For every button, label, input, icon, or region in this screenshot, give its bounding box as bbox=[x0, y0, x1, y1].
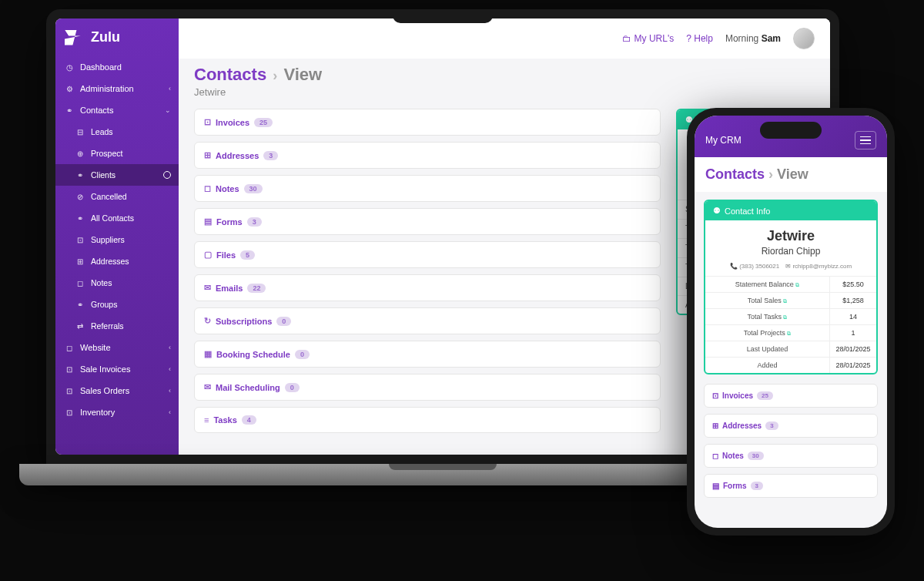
table-value: $1,258 bbox=[830, 293, 876, 308]
nav-icon: ⇄ bbox=[75, 321, 85, 331]
mobile-panel-notes[interactable]: ◻Notes30 bbox=[704, 444, 878, 468]
panel-label: Invoices bbox=[216, 118, 249, 127]
external-link-icon[interactable]: ⧉ bbox=[783, 314, 787, 320]
help-link[interactable]: ? Help bbox=[686, 33, 713, 44]
mobile-panel-addresses[interactable]: ⊞Addresses3 bbox=[704, 414, 878, 438]
my-urls-link[interactable]: 🗀 My URL's bbox=[622, 33, 675, 44]
nav-label: Groups bbox=[91, 300, 117, 309]
panel-files[interactable]: ▢Files5 bbox=[194, 241, 661, 268]
table-label: Total Tasks ⧉ bbox=[705, 309, 830, 324]
sidebar-item-sales-orders[interactable]: ⊡Sales Orders‹ bbox=[55, 380, 179, 401]
panel-label: Addresses bbox=[722, 421, 762, 430]
sidebar-item-prospect[interactable]: ⊕Prospect bbox=[55, 143, 179, 164]
sidebar-item-notes[interactable]: ◻Notes bbox=[55, 272, 179, 294]
panel-icon: ▤ bbox=[712, 482, 719, 490]
sidebar-item-all-contacts[interactable]: ⚭All Contacts bbox=[55, 207, 179, 229]
external-link-icon[interactable]: ⧉ bbox=[795, 282, 799, 287]
panel-icon: ↻ bbox=[204, 316, 211, 326]
email-icon: ✉ rchipp8@mybizz.com bbox=[785, 263, 852, 270]
panel-icon: ⊞ bbox=[712, 421, 718, 430]
phone-icon: 📞 (383) 3506021 bbox=[730, 263, 779, 270]
panel-label: Subscriptions bbox=[216, 317, 272, 326]
panel-invoices[interactable]: ⊡Invoices25 bbox=[194, 109, 661, 136]
nav-icon: ⊘ bbox=[75, 192, 85, 201]
chevron-right-icon: › bbox=[273, 68, 277, 83]
count-badge: 3 bbox=[751, 482, 763, 490]
sidebar-item-cancelled[interactable]: ⊘Cancelled bbox=[55, 186, 179, 207]
page-header: Contacts › View Jetwire bbox=[179, 59, 830, 109]
count-badge: 3 bbox=[263, 151, 278, 160]
panel-emails[interactable]: ✉Emails22 bbox=[194, 274, 661, 301]
panel-label: Mail Scheduling bbox=[216, 383, 280, 392]
nav-icon: ⊞ bbox=[75, 257, 85, 266]
brand-name: Zulu bbox=[91, 29, 120, 45]
chevron-right-icon: › bbox=[768, 166, 773, 182]
sidebar-item-leads[interactable]: ⊟Leads bbox=[55, 121, 179, 143]
sidebar-item-addresses[interactable]: ⊞Addresses bbox=[55, 250, 179, 272]
panel-icon: ◻ bbox=[712, 452, 718, 460]
radio-icon bbox=[163, 171, 171, 179]
nav-label: Sales Orders bbox=[80, 386, 129, 395]
panel-addresses[interactable]: ⊞Addresses3 bbox=[194, 142, 661, 169]
mobile-app-title: My CRM bbox=[705, 135, 742, 146]
sidebar-item-inventory[interactable]: ⊡Inventory‹ bbox=[55, 401, 179, 423]
table-row: Added28/01/2025 bbox=[705, 357, 876, 373]
page-title: Contacts › View bbox=[194, 65, 815, 85]
logo[interactable]: Zulu bbox=[55, 18, 179, 56]
nav-label: Addresses bbox=[91, 257, 129, 266]
nav-label: Sale Invoices bbox=[80, 364, 130, 374]
count-badge: 25 bbox=[757, 391, 773, 400]
count-badge: 0 bbox=[276, 317, 291, 326]
panel-label: Forms bbox=[216, 217, 243, 227]
nav-label: Leads bbox=[91, 127, 113, 136]
sidebar-item-contacts[interactable]: ⚭Contacts⌄ bbox=[55, 99, 179, 121]
mobile-panel-forms[interactable]: ▤Forms3 bbox=[704, 474, 878, 498]
panel-icon: ▢ bbox=[204, 250, 212, 260]
sidebar-item-suppliers[interactable]: ⊡Suppliers bbox=[55, 229, 179, 250]
mobile-panel-invoices[interactable]: ⊡Invoices25 bbox=[704, 384, 878, 408]
table-value: $25.50 bbox=[830, 277, 876, 292]
sidebar-item-sale-invoices[interactable]: ⊡Sale Invoices‹ bbox=[55, 358, 179, 380]
sidebar-item-clients[interactable]: ⚭Clients bbox=[55, 164, 179, 186]
external-link-icon[interactable]: ⧉ bbox=[783, 298, 787, 304]
logo-icon bbox=[65, 30, 85, 45]
nav-label: Prospect bbox=[91, 149, 122, 158]
sidebar-item-dashboard[interactable]: ◷Dashboard bbox=[55, 56, 179, 78]
panel-icon: ⊞ bbox=[204, 150, 211, 160]
table-value: 28/01/2025 bbox=[830, 341, 876, 357]
table-label: Statement Balance ⧉ bbox=[705, 277, 830, 292]
nav-label: All Contacts bbox=[91, 213, 134, 223]
panel-mail-scheduling[interactable]: ✉Mail Scheduling0 bbox=[194, 374, 661, 401]
panel-subscriptions[interactable]: ↻Subscriptions0 bbox=[194, 307, 661, 334]
count-badge: 22 bbox=[247, 284, 266, 293]
panel-label: Forms bbox=[723, 482, 747, 490]
external-link-icon[interactable]: ⧉ bbox=[787, 331, 791, 336]
count-badge: 3 bbox=[765, 421, 778, 430]
panel-list: ⊡Invoices25⊞Addresses3◻Notes30▤Forms3▢Fi… bbox=[194, 109, 661, 439]
phone-frame: My CRM Contacts › View ⚉ Contact Info Je… bbox=[687, 108, 895, 536]
menu-button[interactable] bbox=[855, 131, 876, 149]
avatar[interactable] bbox=[793, 28, 815, 49]
panel-icon: ▦ bbox=[204, 349, 212, 359]
panel-notes[interactable]: ◻Notes30 bbox=[194, 175, 661, 202]
table-row: Total Tasks ⧉14 bbox=[705, 308, 876, 324]
table-label: Total Projects ⧉ bbox=[705, 325, 830, 341]
nav-icon: ⊡ bbox=[65, 386, 74, 395]
nav-label: Administration bbox=[80, 84, 134, 93]
table-label: Last Updated bbox=[705, 341, 830, 357]
panel-label: Tasks bbox=[213, 415, 236, 425]
count-badge: 25 bbox=[254, 118, 273, 127]
chevron-icon: ‹ bbox=[169, 85, 171, 92]
person-icon: ⚉ bbox=[713, 206, 721, 216]
sidebar-item-referrals[interactable]: ⇄Referrals bbox=[55, 315, 179, 337]
panel-label: Addresses bbox=[216, 151, 259, 160]
sidebar-item-administration[interactable]: ⚙Administration‹ bbox=[55, 78, 179, 99]
nav-label: Notes bbox=[91, 278, 112, 287]
panel-booking-schedule[interactable]: ▦Booking Schedule0 bbox=[194, 341, 661, 368]
table-row: Total Projects ⧉1 bbox=[705, 324, 876, 341]
panel-tasks[interactable]: ≡Tasks4 bbox=[194, 407, 661, 433]
sidebar-item-groups[interactable]: ⚭Groups bbox=[55, 294, 179, 315]
panel-forms[interactable]: ▤Forms3 bbox=[194, 208, 661, 235]
count-badge: 30 bbox=[748, 452, 764, 460]
sidebar-item-website[interactable]: ◻Website‹ bbox=[55, 337, 179, 358]
